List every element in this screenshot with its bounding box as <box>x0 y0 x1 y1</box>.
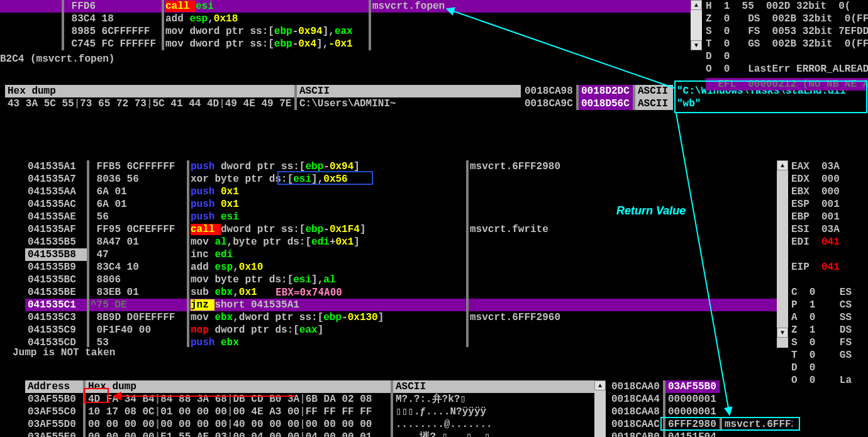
top-disassembly-pane[interactable]: FFD6call esimsvcrt.fopen 83C4 18add esp,… <box>0 0 701 50</box>
stack-row[interactable]: 0018CAAC6FFF2980msvcrt.6FFF2980 <box>609 418 793 431</box>
register-line: ESP 001 <box>791 198 868 211</box>
bottom-disassembly-pane[interactable]: 041535A1 FFB5 6CFFFFFFpush dword ptr ss:… <box>25 160 786 349</box>
register-line: S 0 FS 0053 32bit 7EFDD0 <box>706 25 868 38</box>
disasm-row[interactable]: C745 FC FFFFFFmov dword ptr ss:[ebp-0x4]… <box>0 38 701 50</box>
bottom-registers-pane[interactable]: EAX 03AEDX 000EBX 000ESP 001EBP 001ESI 0… <box>791 160 868 387</box>
register-line: EAX 03A <box>791 160 868 173</box>
disasm-row[interactable]: 041535C9 0F1F40 00nop dword ptr ds:[eax] <box>25 324 786 336</box>
register-line: O 0 La <box>791 374 868 387</box>
bottom-disasm-scrollbar[interactable]: ▲ ▼ <box>777 160 788 348</box>
register-line: Z 0 DS 002B 32bit 0(FFFF <box>706 13 868 25</box>
register-line <box>791 274 868 286</box>
hex-row[interactable]: 03AF55C010 17 08 0C|01 00 00 00|00 4E A3… <box>25 406 604 418</box>
register-line: T 0 GS <box>791 349 868 362</box>
disasm-row[interactable]: 041535A7 8036 56xor byte ptr ds:[esi],0x… <box>25 173 786 185</box>
stack-row[interactable]: 0018CAA400000001 <box>609 393 793 406</box>
register-line: EBX 000 <box>791 185 868 198</box>
disasm-row[interactable]: 041535BC 8806mov byte ptr ds:[esi],al <box>25 274 786 286</box>
disasm-row[interactable]: 041535AF FF95 0CFEFFFFcall dword ptr ss:… <box>25 223 786 236</box>
register-line: Z 1 DS <box>791 324 868 336</box>
register-line: D 0 <box>791 362 868 374</box>
disasm-row[interactable]: 041535BE 83EB 01sub ebx,0x1 <box>25 286 786 299</box>
register-line: T 0 GS 002B 32bit 0(FFFF <box>706 38 868 50</box>
disasm-row[interactable]: 041535AA 6A 01push 0x1 <box>25 185 786 198</box>
register-line: EDX 000 <box>791 173 868 185</box>
scroll-down-icon[interactable]: ▼ <box>691 40 702 50</box>
disasm-row[interactable]: 041535A1 FFB5 6CFFFFFFpush dword ptr ss:… <box>25 160 786 173</box>
bottom-hex-header: Address Hex dump ASCII <box>25 380 604 393</box>
register-line: ESI 03A <box>791 223 868 236</box>
register-line: H 1 55 002D 32bit 0( <box>706 0 868 13</box>
top-stack-string-2: "wb" <box>677 97 868 110</box>
hex-row[interactable]: 03AF55E000 00 00 00|E1 55 AE 03|00 04 00… <box>25 431 604 437</box>
register-line: EBP 001 <box>791 211 868 223</box>
disasm-row[interactable]: 041535B9 83C4 10add esp,0x10 <box>25 261 786 274</box>
hex-dump-header: Hex dump <box>5 85 294 97</box>
register-line: A 0 SS <box>791 311 868 324</box>
stack-row[interactable]: 0018CA9C0018D56CASCII <box>522 97 679 110</box>
register-line: D 0 <box>706 50 868 63</box>
disasm-row[interactable]: 041535AE 56push esi <box>25 211 786 223</box>
disasm-row[interactable]: 041535AC 6A 01push 0x1 <box>25 198 786 211</box>
hex-dump-header: Hex dump <box>86 380 391 393</box>
disasm-row[interactable]: 041535C3 8B9D D0FEFFFFmov ebx,dword ptr … <box>25 311 786 324</box>
stack-row[interactable]: 0018CAA800000001 <box>609 406 793 418</box>
hex-row[interactable]: 43 3A 5C 55|73 65 72 73|5C 41 44 4D|49 4… <box>5 97 521 110</box>
status-text: B2C4 (msvcrt.fopen) <box>0 53 114 65</box>
register-line: S 0 FS <box>791 336 868 349</box>
top-stack-pane[interactable]: 0018CA980018D2DCASCII0018CA9C0018D56CASC… <box>522 85 679 110</box>
register-line <box>791 248 868 261</box>
scroll-down-icon[interactable]: ▼ <box>777 328 788 338</box>
stack-row[interactable]: 0018CAB004151F04 <box>609 431 793 437</box>
register-line: O 0 LastErr ERROR_ALREADY <box>706 63 868 75</box>
stack-string-wb: "wb" <box>677 97 701 110</box>
top-registers-pane[interactable]: H 1 55 002D 32bit 0(Z 0 DS 002B 32bit 0(… <box>706 0 868 91</box>
scroll-up-icon[interactable]: ▲ <box>594 380 606 390</box>
disasm-row[interactable]: 83C4 18add esp,0x18 <box>0 13 701 25</box>
regs-banner: EFL 00000212 (NO NB NE A <box>706 78 868 91</box>
hex-row[interactable]: 03AF55D000 00 00 00|00 00 00 00|40 00 00… <box>25 418 604 431</box>
hex-row[interactable]: 03AF55B04D FA 34 B4|84 88 3A 68|DB CD B0… <box>25 393 604 406</box>
disasm-row[interactable]: 041535B8 47inc edi <box>25 248 786 261</box>
stack-row[interactable]: 0018CAA003AF55B0 <box>609 380 793 393</box>
top-hex-pane[interactable]: 43 3A 5C 55|73 65 72 73|5C 41 44 4D|49 4… <box>5 97 521 110</box>
disasm-row[interactable]: 8985 6CFFFFFFmov dword ptr ss:[ebp-0x94]… <box>0 25 701 38</box>
bottom-status-line: Jump is NOT taken <box>13 347 786 358</box>
bottom-stack-pane[interactable]: 0018CAA003AF55B00018CAA4000000010018CAA8… <box>609 380 793 437</box>
scroll-up-icon[interactable]: ▲ <box>777 160 788 170</box>
stack-row[interactable]: 0018CA980018D2DCASCII <box>522 85 679 97</box>
scroll-up-icon[interactable]: ▲ <box>691 0 702 10</box>
addr-header: Address <box>25 380 83 393</box>
status-text: Jump is NOT taken <box>13 347 115 358</box>
bottom-hex-scrollbar[interactable]: ▲ <box>594 380 606 437</box>
top-hex-header: Hex dump ASCII <box>5 85 521 97</box>
register-line: P 1 CS <box>791 299 868 311</box>
ascii-header: ASCII <box>297 85 521 97</box>
register-line: EIP 041 <box>791 261 868 274</box>
top-disasm-scrollbar[interactable]: ▲ ▼ <box>691 0 702 50</box>
ascii-header: ASCII <box>393 380 604 393</box>
register-line: C 0 ES <box>791 286 868 299</box>
register-line: EDI 041 <box>791 236 868 248</box>
disasm-row[interactable]: 041535B5 8A47 01mov al,byte ptr ds:[edi+… <box>25 236 786 248</box>
disasm-row[interactable]: 041535C1^75 DEjnz short 041535A1 <box>25 299 786 311</box>
disasm-row[interactable]: FFD6call esimsvcrt.fopen <box>0 0 701 13</box>
bottom-hex-pane[interactable]: 03AF55B04D FA 34 B4|84 88 3A 68|DB CD B0… <box>25 393 604 437</box>
